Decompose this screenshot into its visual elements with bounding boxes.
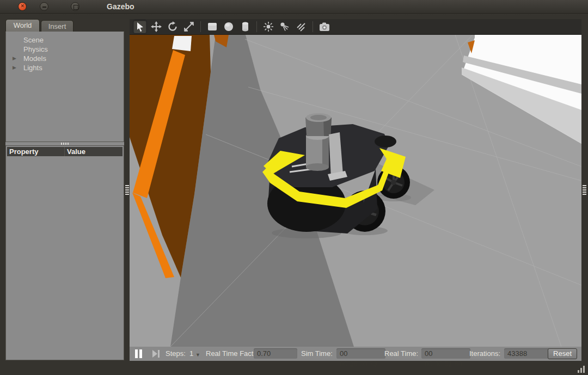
screenshot-button[interactable] bbox=[317, 20, 332, 34]
titlebar: Gazebo bbox=[0, 0, 588, 14]
window-title: Gazebo bbox=[107, 2, 134, 11]
sim-time-value: 00 00:26:00.73 bbox=[336, 348, 385, 359]
insert-sphere-button[interactable] bbox=[222, 20, 236, 34]
column-header-property[interactable]: Property bbox=[7, 147, 65, 156]
lidar-sensor bbox=[305, 113, 332, 136]
camera-icon bbox=[318, 21, 330, 32]
rotate-tool-button[interactable] bbox=[166, 20, 180, 34]
iterations-label: Iterations: bbox=[469, 349, 500, 358]
cursor-arrow-icon bbox=[134, 21, 145, 32]
select-tool-button[interactable] bbox=[133, 20, 147, 34]
resize-grip-icon[interactable] bbox=[575, 364, 585, 373]
pause-button[interactable] bbox=[135, 349, 145, 358]
step-button[interactable] bbox=[152, 349, 161, 358]
tree-item-label: Physics bbox=[23, 45, 48, 53]
tree-item-lights[interactable]: ▶ Lights bbox=[6, 63, 124, 72]
rtf-label: Real Time Fact bbox=[206, 349, 253, 358]
insert-box-button[interactable] bbox=[205, 20, 219, 34]
render-area: Steps: 1 ▼ Real Time Fact 0.70 Sim Time:… bbox=[130, 19, 581, 361]
gazebo-window: Gazebo World Insert Scene Physics ▶ Mode… bbox=[0, 0, 588, 375]
rotate-arrows-icon bbox=[167, 21, 178, 32]
splitter-grip-icon bbox=[125, 185, 129, 195]
sphere-icon bbox=[223, 21, 235, 32]
expander-icon[interactable]: ▶ bbox=[13, 54, 16, 63]
tree-item-label: Models bbox=[23, 54, 46, 63]
render-toolbar bbox=[130, 19, 581, 35]
expander-icon[interactable]: ▶ bbox=[13, 63, 16, 72]
move-arrows-icon bbox=[151, 21, 162, 32]
gps-dome bbox=[375, 136, 396, 147]
toolbar-separator bbox=[200, 21, 201, 32]
column-header-value[interactable]: Value bbox=[65, 147, 85, 156]
tree-item-physics[interactable]: Physics bbox=[6, 45, 124, 54]
sensor-mast bbox=[306, 132, 329, 171]
tree-item-label: Lights bbox=[23, 64, 42, 72]
minimize-icon[interactable] bbox=[40, 2, 48, 11]
real-time-label: Real Time: bbox=[384, 349, 418, 358]
tab-world[interactable]: World bbox=[5, 19, 40, 32]
tree-item-label: Scene bbox=[23, 36, 44, 44]
world-tree-panel: Scene Physics ▶ Models ▶ Lights bbox=[5, 32, 124, 142]
barrier-top-cap bbox=[172, 36, 192, 51]
spot-light-icon bbox=[279, 21, 290, 32]
point-light-icon bbox=[263, 21, 274, 32]
steps-label: Steps: bbox=[166, 349, 186, 358]
directional-light-button[interactable] bbox=[294, 20, 308, 34]
left-splitter[interactable] bbox=[124, 19, 130, 361]
chevron-down-icon[interactable]: ▼ bbox=[195, 352, 200, 358]
close-icon[interactable] bbox=[18, 2, 27, 11]
toolbar-separator bbox=[313, 21, 313, 32]
3d-viewport[interactable] bbox=[130, 35, 581, 347]
tab-insert[interactable]: Insert bbox=[41, 20, 74, 32]
cube-icon bbox=[206, 21, 218, 32]
rtf-value: 0.70 bbox=[254, 348, 297, 359]
splitter-grip-icon bbox=[583, 185, 586, 195]
scale-tool-button[interactable] bbox=[182, 20, 196, 34]
point-light-button[interactable] bbox=[261, 20, 275, 34]
property-table-header: Property Value bbox=[7, 147, 122, 156]
translate-tool-button[interactable] bbox=[149, 20, 163, 34]
maximize-icon[interactable] bbox=[71, 2, 79, 11]
insert-cylinder-button[interactable] bbox=[238, 20, 252, 34]
steps-value[interactable]: 1 bbox=[189, 349, 193, 358]
right-splitter[interactable] bbox=[581, 19, 588, 361]
directional-light-icon bbox=[296, 21, 307, 32]
spot-light-button[interactable] bbox=[278, 20, 292, 34]
reset-button[interactable]: Reset bbox=[548, 348, 577, 359]
sim-time-label: Sim Time: bbox=[301, 349, 333, 358]
cylinder-icon bbox=[240, 21, 250, 32]
tree-item-models[interactable]: ▶ Models bbox=[6, 54, 124, 63]
splitter-grip-icon bbox=[61, 143, 69, 145]
simulation-status-bar: Steps: 1 ▼ Real Time Fact 0.70 Sim Time:… bbox=[130, 347, 581, 361]
property-panel: Property Value bbox=[5, 145, 124, 360]
iterations-value: 43388 bbox=[504, 348, 552, 359]
tree-item-scene[interactable]: Scene bbox=[6, 35, 124, 45]
real-time-value: 00 00:00:51.80 bbox=[421, 348, 470, 359]
scale-arrows-icon bbox=[183, 21, 194, 32]
toolbar-separator bbox=[256, 21, 257, 32]
